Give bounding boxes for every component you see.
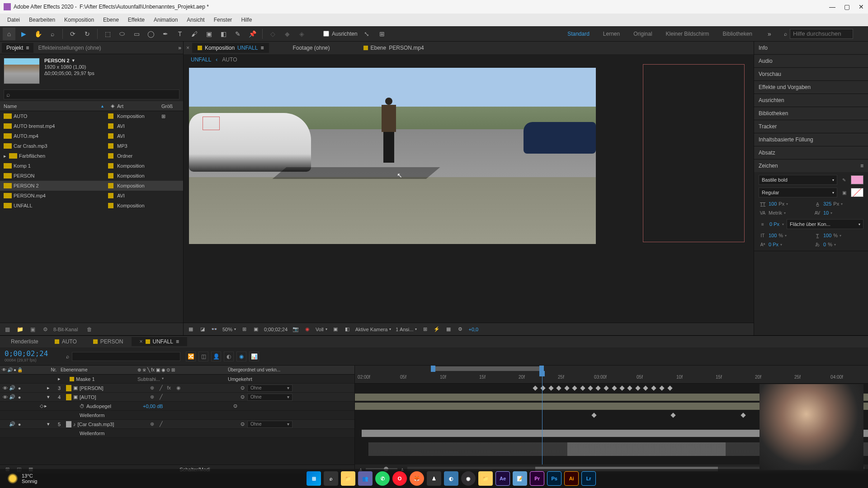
world-axis[interactable]: ◆ xyxy=(281,28,293,40)
menu-ansicht[interactable]: Ansicht xyxy=(182,15,209,25)
snap-checkbox[interactable] xyxy=(323,31,329,37)
col-lock-icon[interactable]: 🔒 xyxy=(17,367,23,372)
panel-audio[interactable]: Audio xyxy=(754,55,868,67)
minimize-button[interactable]: — xyxy=(829,4,835,10)
panel-bibliotheken[interactable]: Bibliotheken xyxy=(754,107,868,120)
timeline-icon[interactable]: ▦ xyxy=(445,326,452,333)
taskbar-app3[interactable]: 📝 xyxy=(513,471,527,486)
roi-icon[interactable]: ▣ xyxy=(252,326,259,333)
project-item[interactable]: AUTO.mp4AVI xyxy=(0,131,183,141)
taskbar-photoshop[interactable]: Ps xyxy=(547,471,561,486)
taskbar-start-button[interactable]: ⊞ xyxy=(307,471,321,486)
work-area-start-handle[interactable] xyxy=(431,366,435,372)
col-parent[interactable]: Übergeordnet und verkn... xyxy=(228,367,353,372)
workspace-standard[interactable]: Standard xyxy=(565,29,592,39)
3d-view-icon[interactable]: ◧ xyxy=(344,326,351,333)
eyedropper-icon[interactable]: ✎ xyxy=(840,176,848,183)
shy-button[interactable]: 👤 xyxy=(211,352,221,361)
taskbar-explorer[interactable]: 📁 xyxy=(341,471,355,486)
panel-absatz[interactable]: Absatz xyxy=(754,146,868,159)
vscale-value[interactable]: 100 xyxy=(769,233,777,238)
layer-row-property[interactable]: Wellenform xyxy=(0,429,354,438)
stroke-color-swatch[interactable] xyxy=(851,188,863,197)
taskbar-obs[interactable]: ◉ xyxy=(461,471,476,486)
menu-ebene[interactable]: Ebene xyxy=(99,15,123,25)
fast-preview-icon[interactable]: ▣ xyxy=(332,326,339,333)
layer-row[interactable]: ▸ Maske 1 Subtrahi... ▾ Umgekehrt xyxy=(0,375,354,384)
always-preview-icon[interactable]: ▦ xyxy=(187,326,194,333)
keyframe-marker[interactable] xyxy=(591,413,596,418)
tsume-value[interactable]: 0 xyxy=(823,242,826,247)
col-eye-icon[interactable]: 👁 xyxy=(2,367,6,372)
keyframe-marker[interactable] xyxy=(548,385,553,390)
col-audio-icon[interactable]: 🔊 xyxy=(7,367,13,372)
menu-bearbeiten[interactable]: Bearbeiten xyxy=(24,15,60,25)
layer-row[interactable]: 👁🔊● ▾ 4 ▣[AUTO] ⊕ ╱ ⊙Ohne▾ xyxy=(0,393,354,402)
timecode-display[interactable]: 0;00;02;24 xyxy=(5,349,59,358)
motion-blur-button[interactable]: ◉ xyxy=(236,352,246,361)
home-tool[interactable]: ⌂ xyxy=(3,28,15,40)
timeline-tab-person[interactable]: PERSON xyxy=(85,337,132,346)
local-axis[interactable]: ◇ xyxy=(266,28,279,40)
layer-row[interactable]: 🔊● ▾ 5 ♪[Car Crash.mp3] ⊕ ╱ ⊙Ohne▾ xyxy=(0,420,354,429)
clone-tool[interactable]: ▣ xyxy=(203,28,215,40)
channel-icon[interactable]: ◉ xyxy=(304,326,311,333)
pen-tool[interactable]: ✒ xyxy=(159,28,172,40)
snapshot-icon[interactable]: 📷 xyxy=(292,326,299,333)
parent-dropdown[interactable]: Ohne▾ xyxy=(247,421,292,428)
timeline-tab-unfall[interactable]: ×UNFALL≡ xyxy=(132,337,187,346)
workspace-kleiner[interactable]: Kleiner Bildschirm xyxy=(663,29,712,39)
zoom-tool[interactable]: ⌕ xyxy=(46,28,59,40)
playhead[interactable] xyxy=(542,366,542,474)
pan-behind-tool[interactable]: ⬭ xyxy=(116,28,128,40)
resolution-icon[interactable]: ⊞ xyxy=(241,326,248,333)
taskbar-whatsapp[interactable]: ✆ xyxy=(375,471,390,486)
keyframe-marker[interactable] xyxy=(595,385,600,390)
panel-inhaltsbasierte-fuellung[interactable]: Inhaltsbasierte Füllung xyxy=(754,133,868,146)
thumb-name[interactable]: PERSON 2 xyxy=(44,58,70,63)
keyframe-marker[interactable] xyxy=(670,413,675,418)
panel-effekte-vorgaben[interactable]: Effekte und Vorgaben xyxy=(754,81,868,94)
selection-tool[interactable]: ▶ xyxy=(17,28,30,40)
taskbar-teams[interactable]: 👥 xyxy=(358,471,373,486)
hand-tool[interactable]: ✋ xyxy=(32,28,44,40)
menu-animation[interactable]: Animation xyxy=(149,15,182,25)
parent-dropdown[interactable]: Ohne▾ xyxy=(247,394,292,401)
panel-zeichen[interactable]: Zeichen≡ xyxy=(754,160,868,172)
font-family-dropdown[interactable]: Bastile bold▾ xyxy=(759,175,837,185)
col-size[interactable]: Größ xyxy=(161,103,179,109)
taskbar-app2[interactable]: ◐ xyxy=(444,471,458,486)
menu-effekte[interactable]: Effekte xyxy=(123,15,149,25)
tracking-value[interactable]: 10 xyxy=(823,210,829,216)
stroke-eyedropper-icon[interactable]: ▣ xyxy=(840,189,848,196)
project-item[interactable]: ▸FarbflächenOrdner xyxy=(0,151,183,161)
view-count-dropdown[interactable]: 1 Ansi... ▾ xyxy=(396,327,417,332)
project-search-input[interactable] xyxy=(4,89,179,99)
graph-editor-button[interactable]: 📊 xyxy=(249,352,259,361)
project-item[interactable]: Car Crash.mp3MP3 xyxy=(0,141,183,151)
keyframe-marker[interactable] xyxy=(667,385,672,390)
col-switches[interactable]: ⊕ ※ ╲ fx ▣ ◉ ⊙ ⊞ xyxy=(137,367,228,372)
composition-canvas[interactable]: ↖ xyxy=(184,65,754,323)
close-tab-icon[interactable]: × xyxy=(186,45,192,51)
breadcrumb-unfall[interactable]: UNFALL xyxy=(191,56,211,63)
taskbar-illustrator[interactable]: Ai xyxy=(564,471,579,486)
taskbar-premiere[interactable]: Pr xyxy=(530,471,544,486)
layer-row[interactable]: 👁🔊● ▸ 3 ▣[PERSON] ⊕ ╱ fx ◉ ⊙Ohne▾ xyxy=(0,384,354,393)
menu-datei[interactable]: Datei xyxy=(3,15,24,25)
taskbar-search-button[interactable]: ⌕ xyxy=(324,471,338,486)
comp-flowchart-button[interactable]: 🔀 xyxy=(186,352,196,361)
col-art[interactable]: Art xyxy=(117,103,161,109)
sort-arrow-icon[interactable]: ▲ xyxy=(100,104,104,108)
orbit-tool[interactable]: ⟳ xyxy=(66,28,79,40)
tab-effekteinstellungen[interactable]: Effekteinstellungen (ohne) xyxy=(33,43,105,53)
thumb-dropdown-icon[interactable]: ▼ xyxy=(71,58,75,63)
panel-info[interactable]: Info xyxy=(754,42,868,54)
tab-projekt[interactable]: Projekt ≡ xyxy=(2,43,33,53)
new-comp-button[interactable]: ▣ xyxy=(28,325,37,334)
project-item[interactable]: UNFALLKomposition xyxy=(0,201,183,211)
workspace-lernen[interactable]: Lernen xyxy=(600,29,623,39)
leading-value[interactable]: 325 xyxy=(823,201,831,206)
taskbar-lightroom[interactable]: Lr xyxy=(581,471,596,486)
viewer-tab-composition[interactable]: Komposition UNFALL ≡ xyxy=(192,43,269,53)
